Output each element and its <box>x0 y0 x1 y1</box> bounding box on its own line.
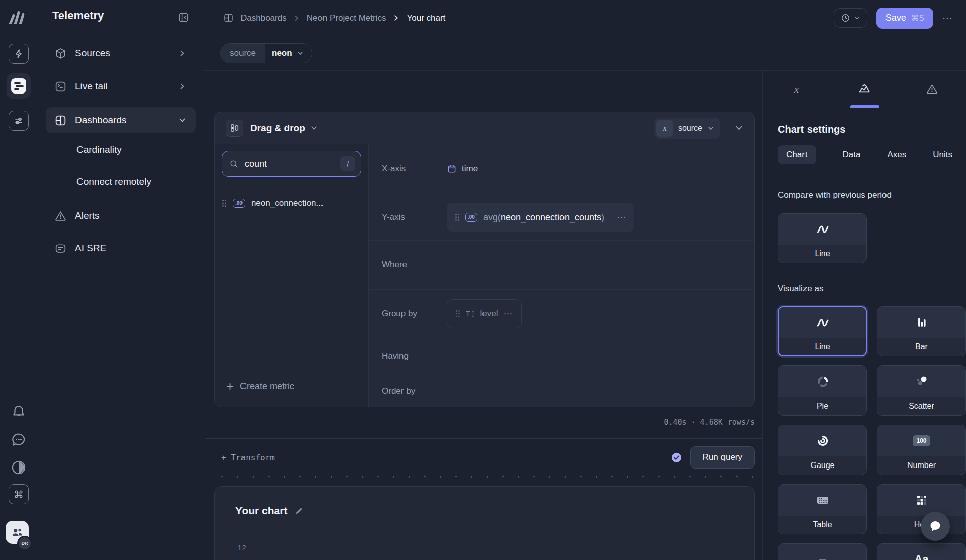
create-metric-button[interactable]: Create metric <box>215 365 368 407</box>
x-axis-value: time <box>462 164 478 174</box>
metric-type-icon: .00 <box>233 199 245 208</box>
add-transform-button[interactable]: + Transform <box>221 453 275 462</box>
where-row[interactable]: Where <box>369 241 754 290</box>
line-chart-icon <box>815 317 830 328</box>
terminal-icon <box>54 80 67 93</box>
query-mode-dropdown[interactable]: Drag & drop <box>250 123 305 134</box>
sidebar-item-sources[interactable]: Sources <box>37 41 205 65</box>
viz-card-gauge[interactable]: Gauge <box>778 425 867 475</box>
x-group-selector[interactable]: x source <box>654 118 720 139</box>
query-builder-header: Drag & drop x source <box>215 112 754 144</box>
chevron-right-icon <box>178 49 186 57</box>
telemetry-nav-button[interactable] <box>7 73 31 99</box>
time-range-button[interactable] <box>834 8 867 28</box>
metric-list-item[interactable]: .00 neon_connection... <box>215 192 368 214</box>
tab-variables[interactable]: x <box>763 71 831 108</box>
query-builder-card: Drag & drop x source <box>214 112 755 407</box>
text-aa-icon: Aa <box>914 553 928 560</box>
sidebar-item-ai-sre[interactable]: AI SRE <box>37 236 205 260</box>
tab-axes[interactable]: Axes <box>887 150 906 160</box>
plus-icon <box>226 382 234 391</box>
viz-card-number[interactable]: 100 Number <box>877 425 966 475</box>
resize-divider[interactable] <box>214 476 755 478</box>
viz-card-statistic[interactable] <box>778 543 867 560</box>
support-chat-button[interactable] <box>921 512 950 541</box>
sidebar-item-dashboards[interactable]: Dashboards <box>37 108 205 132</box>
feedback-button[interactable] <box>10 431 28 449</box>
query-stats: 0.40s · 4.68K rows/s <box>503 418 755 427</box>
chat-bubble-icon <box>928 519 942 533</box>
chart-settings-panel: x Chart settings Chart Dat <box>762 71 966 560</box>
shortcuts-button[interactable] <box>9 484 29 504</box>
math-x-icon: x <box>794 83 799 96</box>
sidebar-item-live-tail[interactable]: Live tail <box>37 74 205 99</box>
viz-card-table[interactable]: Table <box>778 484 867 534</box>
save-button[interactable]: Save ⌘S <box>876 8 933 29</box>
sliders-icon <box>14 116 24 126</box>
transform-bar: + Transform Run query <box>205 438 762 476</box>
sidebar-item-alerts[interactable]: Alerts <box>37 204 205 228</box>
x-axis-row[interactable]: X-axis time <box>369 144 754 194</box>
dashboards-breadcrumb-icon <box>223 13 234 23</box>
y-axis-row: Y-axis .00 avg(neon_connection_counts) ⋯ <box>369 194 754 241</box>
quickstart-nav-button[interactable] <box>9 44 29 64</box>
more-options-button[interactable]: ⋯ <box>942 12 953 24</box>
chevron-down-icon <box>707 125 714 132</box>
tab-data[interactable]: Data <box>843 150 861 160</box>
collapse-builder-button[interactable] <box>735 124 743 132</box>
chevron-right-icon <box>392 14 400 22</box>
collapse-sidebar-button[interactable] <box>178 12 189 23</box>
org-badge[interactable]: DR <box>17 536 32 551</box>
metric-search-input[interactable]: count / <box>222 151 361 177</box>
main-content: Drag & drop x source <box>205 71 762 560</box>
metric-picker-panel: count / .00 neon_connection... <box>215 144 369 407</box>
axiom-logo-icon[interactable] <box>7 8 28 27</box>
breadcrumb: Dashboards Neon Project Metrics Your cha… <box>223 13 445 23</box>
sidebar-title: Telemetry <box>52 9 104 22</box>
clock-icon <box>841 13 850 23</box>
sidebar-item-cardinality[interactable]: Cardinality <box>76 144 122 155</box>
metric-type-icon: .00 <box>465 213 477 222</box>
bar-chart-icon <box>915 316 928 329</box>
breadcrumb-dashboards[interactable]: Dashboards <box>240 13 287 23</box>
viz-card-scatter[interactable]: Scatter <box>877 365 966 416</box>
viz-card-bar[interactable]: Bar <box>877 306 966 356</box>
breadcrumb-current: Your chart <box>407 13 445 23</box>
sidebar-item-connect-remotely[interactable]: Connect remotely <box>76 176 151 188</box>
source-filter-dropdown[interactable]: source neon <box>220 43 312 63</box>
chip-menu-button[interactable]: ⋯ <box>617 212 626 223</box>
viz-card-text[interactable]: Aa <box>877 543 966 560</box>
heatmap-icon <box>916 494 928 506</box>
tab-alerts[interactable] <box>898 71 966 108</box>
lightning-icon <box>14 49 24 59</box>
tab-chart-settings[interactable] <box>831 71 899 108</box>
dashboard-grid-icon <box>54 114 67 127</box>
edit-pencil-icon[interactable] <box>294 506 304 516</box>
compare-line-card[interactable]: Line <box>778 213 867 263</box>
order-by-row[interactable]: Order by <box>369 375 754 407</box>
panel-tabs: x <box>763 71 966 108</box>
having-row[interactable]: Having <box>369 338 754 375</box>
chevron-down-icon <box>178 116 186 124</box>
icon-rail: DR <box>0 0 37 560</box>
viz-card-pie[interactable]: Pie <box>778 365 867 416</box>
notifications-button[interactable] <box>10 403 28 421</box>
group-by-field-chip[interactable]: T level ⋯ <box>447 299 522 328</box>
run-query-button[interactable]: Run query <box>690 446 755 469</box>
drag-handle-icon <box>222 199 227 207</box>
filter-value: neon <box>272 48 292 58</box>
nav-tree-line <box>60 137 60 195</box>
contrast-icon <box>10 458 28 477</box>
panel-divider <box>763 173 966 173</box>
settings-section-tabs: Chart Data Axes Units <box>778 145 952 164</box>
chip-menu-button[interactable]: ⋯ <box>504 308 513 319</box>
tab-units[interactable]: Units <box>933 150 952 160</box>
settings-nav-button[interactable] <box>9 111 29 131</box>
breadcrumb-dashboard-name[interactable]: Neon Project Metrics <box>307 13 386 23</box>
tab-chart[interactable]: Chart <box>778 145 816 164</box>
y-axis-aggregation-chip[interactable]: .00 avg(neon_connection_counts) ⋯ <box>447 203 634 232</box>
theme-toggle-button[interactable] <box>10 458 28 477</box>
viz-card-line[interactable]: Line <box>778 306 867 356</box>
search-icon <box>229 159 239 169</box>
cube-icon <box>54 47 67 60</box>
